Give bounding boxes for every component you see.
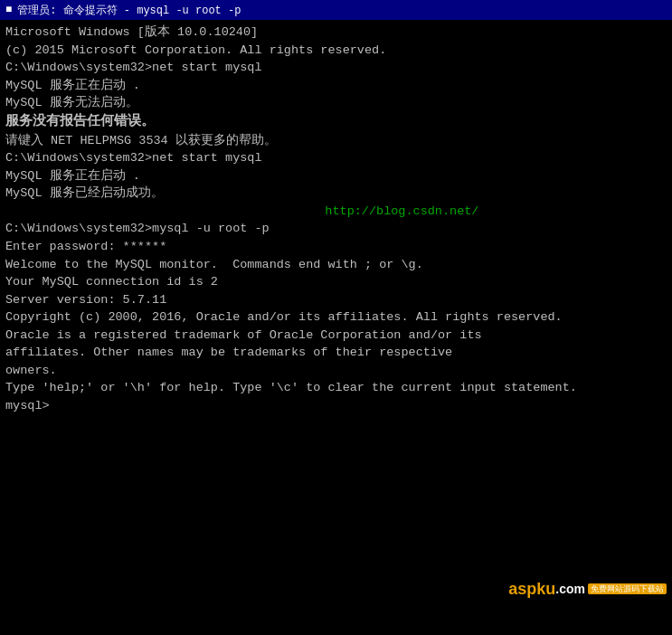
- terminal-line: C:\Windows\system32>mysql -u root -p: [5, 220, 667, 238]
- terminal-line: Microsoft Windows [版本 10.0.10240]: [5, 24, 667, 42]
- terminal-content: Microsoft Windows [版本 10.0.10240](c) 201…: [5, 24, 667, 415]
- title-bar: ■ 管理员: 命令提示符 - mysql -u root -p: [0, 0, 672, 20]
- terminal-line: 服务没有报告任何错误。: [5, 112, 667, 132]
- terminal-line: MySQL 服务正在启动 .: [5, 167, 667, 185]
- terminal-line: Server version: 5.7.11: [5, 291, 667, 309]
- terminal-line: Copyright (c) 2000, 2016, Oracle and/or …: [5, 308, 667, 327]
- title-text: 管理员: 命令提示符 - mysql -u root -p: [17, 3, 241, 18]
- watermark: aspku .com 免费网站源码下载站: [508, 577, 667, 601]
- terminal-line: Enter password: ******: [5, 238, 667, 256]
- terminal-line: C:\Windows\system32>net start mysql: [5, 59, 667, 77]
- terminal-line: Welcome to the MySQL monitor. Commands e…: [5, 256, 667, 274]
- terminal-line: (c) 2015 Microsoft Corporation. All righ…: [5, 42, 667, 60]
- terminal-line: Your MySQL connection id is 2: [5, 273, 667, 291]
- terminal-line: owners.: [5, 362, 667, 380]
- terminal-line: mysql>: [5, 397, 667, 415]
- terminal-line: http://blog.csdn.net/: [5, 203, 667, 221]
- terminal-line: C:\Windows\system32>net start mysql: [5, 149, 667, 167]
- title-icon: ■: [5, 4, 12, 16]
- terminal-line: affiliates. Other names may be trademark…: [5, 344, 667, 362]
- watermark-com: .com: [555, 580, 585, 598]
- terminal-line: MySQL 服务无法启动。: [5, 94, 667, 112]
- terminal-line: 请键入 NET HELPMSG 3534 以获更多的帮助。: [5, 132, 667, 150]
- terminal-line: Oracle is a registered trademark of Orac…: [5, 327, 667, 345]
- terminal: Microsoft Windows [版本 10.0.10240](c) 201…: [0, 20, 672, 635]
- watermark-badge: 免费网站源码下载站: [588, 583, 667, 595]
- terminal-line: MySQL 服务正在启动 .: [5, 77, 667, 95]
- watermark-aspku: aspku: [508, 577, 555, 601]
- terminal-line: MySQL 服务已经启动成功。: [5, 185, 667, 203]
- terminal-line: Type 'help;' or '\h' for help. Type '\c'…: [5, 379, 667, 397]
